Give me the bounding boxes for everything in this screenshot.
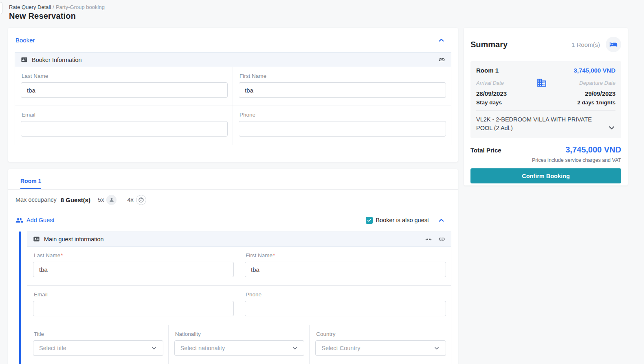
id-card-icon — [33, 236, 40, 243]
breadcrumb-parent-link[interactable]: Rate Query Detail — [9, 4, 51, 10]
window-edge — [0, 2, 2, 14]
booker-phone-input[interactable] — [239, 121, 446, 137]
required-asterisk: * — [273, 252, 275, 258]
bed-icon — [609, 40, 618, 49]
booker-email-cell: Email — [15, 106, 233, 145]
vat-note: Prices include service charges and VAT — [470, 157, 621, 163]
check-icon — [367, 218, 371, 223]
booker-section: Booker Booker Information Last Name Firs… — [8, 28, 458, 162]
breadcrumb-separator: / — [53, 4, 54, 10]
guest-last-name-label: Last Name — [34, 252, 60, 258]
arrival-date-value: 28/09/2023 — [476, 90, 507, 97]
guest-email-cell: Email — [27, 286, 239, 325]
guest-phone-label: Phone — [246, 291, 446, 298]
adults-count: 5x — [98, 196, 104, 203]
max-occupancy-total: 8 Guest(s) — [61, 196, 90, 203]
booker-is-guest-label: Booker is also guest — [376, 217, 429, 223]
booker-panel-title: Booker Information — [32, 57, 82, 63]
guest-title-cell: Title Select title — [27, 325, 169, 364]
occupancy-row: Max occupancy 8 Guest(s) 5x 4x — [15, 195, 458, 205]
child-occupancy-badge — [136, 195, 146, 205]
chevron-up-icon — [438, 37, 445, 44]
guest-nationality-cell: Nationality Select nationality — [169, 325, 310, 364]
departure-date-value: 29/09/2023 — [585, 90, 615, 97]
person-icon — [109, 197, 114, 203]
page-title: New Reservation — [9, 11, 76, 21]
link-icon — [438, 56, 445, 63]
chevron-down-icon — [433, 345, 440, 351]
breadcrumb: Rate Query Detail/Party-Group booking — [9, 4, 105, 10]
booker-email-input[interactable] — [21, 121, 228, 137]
guest-first-name-cell: First Name* — [239, 247, 451, 286]
booker-collapse-button[interactable] — [438, 37, 445, 44]
booker-first-name-label: First Name — [240, 73, 446, 79]
guest-email-input[interactable] — [33, 301, 234, 316]
compress-icon — [425, 236, 432, 243]
compress-fields-button[interactable] — [425, 236, 432, 243]
guest-link-button[interactable] — [438, 236, 445, 243]
booker-last-name-label: Last Name — [22, 73, 228, 79]
booker-section-title[interactable]: Booker — [15, 37, 35, 44]
guest-accent-bar — [19, 232, 21, 364]
arrival-date-label: Arrival Date — [476, 80, 504, 86]
guest-first-name-label: First Name — [246, 252, 273, 258]
guest-last-name-input[interactable] — [33, 262, 234, 277]
guest-country-label: Country — [316, 331, 446, 337]
summary-room-card: Room 1 3,745,000 VND Arrival Date Depart… — [470, 61, 621, 138]
booker-first-name-cell: First Name — [233, 67, 451, 106]
guest-phone-input[interactable] — [245, 301, 446, 316]
building-icon — [536, 77, 547, 88]
main-guest-panel-title: Main guest information — [44, 236, 104, 243]
room-type-expand-button[interactable] — [608, 124, 615, 132]
booker-last-name-input[interactable] — [21, 82, 228, 98]
summary-title: Summary — [470, 40, 508, 49]
country-select[interactable]: Select Country — [315, 340, 446, 356]
nationality-select[interactable]: Select nationality — [174, 340, 305, 356]
breadcrumb-current: Party-Group booking — [56, 4, 105, 10]
rooms-badge — [606, 37, 621, 52]
summary-panel: Summary 1 Room(s) Room 1 3,745,000 VND A… — [464, 28, 628, 185]
booker-email-label: Email — [22, 112, 228, 118]
stay-days-label: Stay days — [476, 99, 502, 106]
chevron-up-icon — [438, 217, 445, 224]
total-price-label: Total Price — [470, 145, 501, 154]
booker-is-guest-checkbox[interactable] — [366, 217, 373, 224]
add-guest-label: Add Guest — [26, 217, 55, 223]
room-section: Room 1 Max occupancy 8 Guest(s) 5x 4x Ad… — [8, 169, 458, 364]
booker-last-name-cell: Last Name — [15, 67, 233, 106]
id-card-icon — [21, 56, 28, 63]
guest-nationality-label: Nationality — [175, 331, 305, 337]
chevron-down-icon — [151, 345, 157, 351]
max-occupancy-label: Max occupancy — [15, 196, 57, 203]
add-guest-people-icon — [15, 216, 23, 224]
guest-title-label: Title — [34, 331, 163, 337]
booker-phone-label: Phone — [240, 112, 446, 118]
guest-last-name-cell: Last Name* — [27, 247, 239, 286]
booker-link-button[interactable] — [438, 56, 445, 63]
chevron-down-icon — [608, 124, 615, 132]
room-type-name: VL2K - 2-BEDROOM VILLA WITH PRIVATE POOL… — [476, 115, 605, 132]
summary-room-name: Room 1 — [476, 67, 499, 74]
add-guest-button[interactable]: Add Guest — [15, 216, 55, 224]
title-select[interactable]: Select title — [33, 340, 163, 356]
rooms-count: 1 Room(s) — [571, 41, 600, 48]
tab-room-1[interactable]: Room 1 — [20, 178, 41, 189]
booker-information-panel: Booker Information Last Name First Name … — [15, 52, 451, 145]
room-tabs: Room 1 — [8, 169, 458, 190]
child-face-icon — [138, 197, 144, 203]
children-count: 4x — [127, 196, 133, 203]
link-icon — [438, 236, 445, 243]
guest-email-label: Email — [34, 291, 234, 298]
guest-first-name-input[interactable] — [245, 262, 446, 277]
guest-country-cell: Country Select Country — [310, 325, 451, 364]
departure-date-label: Departure Date — [579, 80, 615, 86]
required-asterisk: * — [61, 252, 63, 258]
main-guest-panel: Main guest information Last Name* First — [27, 232, 451, 364]
guest-collapse-button[interactable] — [438, 217, 445, 224]
adult-occupancy-badge — [106, 195, 116, 205]
stay-days-value: 2 days 1nights — [577, 99, 615, 106]
booker-phone-cell: Phone — [233, 106, 451, 145]
booker-first-name-input[interactable] — [239, 82, 446, 98]
total-price-value: 3,745,000 VND — [565, 145, 621, 154]
confirm-booking-button[interactable]: Confirm Booking — [470, 168, 621, 183]
